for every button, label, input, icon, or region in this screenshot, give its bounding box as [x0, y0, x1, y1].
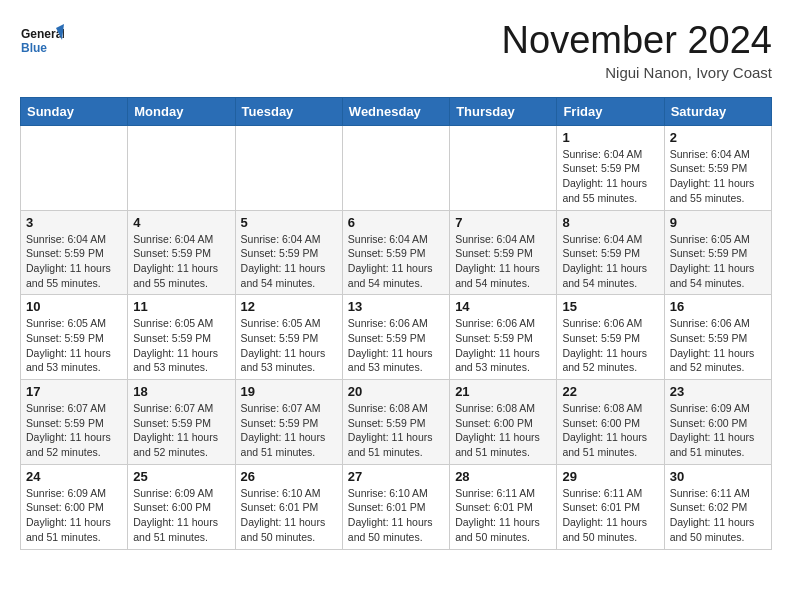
- day-info: Sunrise: 6:04 AM Sunset: 5:59 PM Dayligh…: [562, 232, 658, 291]
- calendar-cell-w4-d6: 22Sunrise: 6:08 AM Sunset: 6:00 PM Dayli…: [557, 380, 664, 465]
- day-info: Sunrise: 6:05 AM Sunset: 5:59 PM Dayligh…: [133, 316, 229, 375]
- calendar-cell-w5-d7: 30Sunrise: 6:11 AM Sunset: 6:02 PM Dayli…: [664, 464, 771, 549]
- calendar-cell-w2-d6: 8Sunrise: 6:04 AM Sunset: 5:59 PM Daylig…: [557, 210, 664, 295]
- day-number: 1: [562, 130, 658, 145]
- calendar-cell-w1-d6: 1Sunrise: 6:04 AM Sunset: 5:59 PM Daylig…: [557, 125, 664, 210]
- calendar-cell-w3-d5: 14Sunrise: 6:06 AM Sunset: 5:59 PM Dayli…: [450, 295, 557, 380]
- header-wednesday: Wednesday: [342, 97, 449, 125]
- header-sunday: Sunday: [21, 97, 128, 125]
- day-number: 28: [455, 469, 551, 484]
- calendar-cell-w2-d4: 6Sunrise: 6:04 AM Sunset: 5:59 PM Daylig…: [342, 210, 449, 295]
- calendar-table: SundayMondayTuesdayWednesdayThursdayFrid…: [20, 97, 772, 550]
- calendar-cell-w4-d5: 21Sunrise: 6:08 AM Sunset: 6:00 PM Dayli…: [450, 380, 557, 465]
- day-info: Sunrise: 6:07 AM Sunset: 5:59 PM Dayligh…: [241, 401, 337, 460]
- day-info: Sunrise: 6:06 AM Sunset: 5:59 PM Dayligh…: [670, 316, 766, 375]
- calendar-cell-w4-d2: 18Sunrise: 6:07 AM Sunset: 5:59 PM Dayli…: [128, 380, 235, 465]
- day-number: 11: [133, 299, 229, 314]
- day-info: Sunrise: 6:05 AM Sunset: 5:59 PM Dayligh…: [670, 232, 766, 291]
- day-info: Sunrise: 6:05 AM Sunset: 5:59 PM Dayligh…: [26, 316, 122, 375]
- day-info: Sunrise: 6:04 AM Sunset: 5:59 PM Dayligh…: [241, 232, 337, 291]
- day-number: 21: [455, 384, 551, 399]
- header-monday: Monday: [128, 97, 235, 125]
- calendar-cell-w3-d4: 13Sunrise: 6:06 AM Sunset: 5:59 PM Dayli…: [342, 295, 449, 380]
- calendar-cell-w5-d3: 26Sunrise: 6:10 AM Sunset: 6:01 PM Dayli…: [235, 464, 342, 549]
- day-number: 22: [562, 384, 658, 399]
- day-number: 26: [241, 469, 337, 484]
- day-info: Sunrise: 6:10 AM Sunset: 6:01 PM Dayligh…: [348, 486, 444, 545]
- day-number: 19: [241, 384, 337, 399]
- calendar-cell-w2-d1: 3Sunrise: 6:04 AM Sunset: 5:59 PM Daylig…: [21, 210, 128, 295]
- calendar-cell-w3-d1: 10Sunrise: 6:05 AM Sunset: 5:59 PM Dayli…: [21, 295, 128, 380]
- calendar-cell-w5-d2: 25Sunrise: 6:09 AM Sunset: 6:00 PM Dayli…: [128, 464, 235, 549]
- day-number: 3: [26, 215, 122, 230]
- calendar-cell-w4-d4: 20Sunrise: 6:08 AM Sunset: 5:59 PM Dayli…: [342, 380, 449, 465]
- calendar-cell-w5-d4: 27Sunrise: 6:10 AM Sunset: 6:01 PM Dayli…: [342, 464, 449, 549]
- day-info: Sunrise: 6:10 AM Sunset: 6:01 PM Dayligh…: [241, 486, 337, 545]
- day-number: 9: [670, 215, 766, 230]
- day-number: 6: [348, 215, 444, 230]
- calendar-cell-w3-d2: 11Sunrise: 6:05 AM Sunset: 5:59 PM Dayli…: [128, 295, 235, 380]
- day-number: 23: [670, 384, 766, 399]
- header-thursday: Thursday: [450, 97, 557, 125]
- title-block: November 2024 Nigui Nanon, Ivory Coast: [502, 20, 772, 81]
- day-info: Sunrise: 6:04 AM Sunset: 5:59 PM Dayligh…: [562, 147, 658, 206]
- calendar-cell-w1-d2: [128, 125, 235, 210]
- calendar-cell-w2-d7: 9Sunrise: 6:05 AM Sunset: 5:59 PM Daylig…: [664, 210, 771, 295]
- calendar-header-row: SundayMondayTuesdayWednesdayThursdayFrid…: [21, 97, 772, 125]
- day-number: 24: [26, 469, 122, 484]
- day-number: 17: [26, 384, 122, 399]
- calendar-cell-w2-d2: 4Sunrise: 6:04 AM Sunset: 5:59 PM Daylig…: [128, 210, 235, 295]
- svg-text:Blue: Blue: [21, 41, 47, 55]
- day-number: 25: [133, 469, 229, 484]
- header-saturday: Saturday: [664, 97, 771, 125]
- day-info: Sunrise: 6:11 AM Sunset: 6:02 PM Dayligh…: [670, 486, 766, 545]
- calendar-cell-w1-d4: [342, 125, 449, 210]
- location: Nigui Nanon, Ivory Coast: [502, 64, 772, 81]
- day-info: Sunrise: 6:04 AM Sunset: 5:59 PM Dayligh…: [455, 232, 551, 291]
- calendar-cell-w4-d7: 23Sunrise: 6:09 AM Sunset: 6:00 PM Dayli…: [664, 380, 771, 465]
- day-number: 7: [455, 215, 551, 230]
- day-info: Sunrise: 6:06 AM Sunset: 5:59 PM Dayligh…: [348, 316, 444, 375]
- week-row-5: 24Sunrise: 6:09 AM Sunset: 6:00 PM Dayli…: [21, 464, 772, 549]
- day-info: Sunrise: 6:06 AM Sunset: 5:59 PM Dayligh…: [455, 316, 551, 375]
- day-info: Sunrise: 6:11 AM Sunset: 6:01 PM Dayligh…: [455, 486, 551, 545]
- day-number: 13: [348, 299, 444, 314]
- calendar-cell-w5-d1: 24Sunrise: 6:09 AM Sunset: 6:00 PM Dayli…: [21, 464, 128, 549]
- day-info: Sunrise: 6:04 AM Sunset: 5:59 PM Dayligh…: [348, 232, 444, 291]
- calendar-cell-w1-d3: [235, 125, 342, 210]
- day-number: 10: [26, 299, 122, 314]
- day-info: Sunrise: 6:09 AM Sunset: 6:00 PM Dayligh…: [26, 486, 122, 545]
- calendar-cell-w3-d3: 12Sunrise: 6:05 AM Sunset: 5:59 PM Dayli…: [235, 295, 342, 380]
- day-info: Sunrise: 6:08 AM Sunset: 5:59 PM Dayligh…: [348, 401, 444, 460]
- calendar-cell-w3-d7: 16Sunrise: 6:06 AM Sunset: 5:59 PM Dayli…: [664, 295, 771, 380]
- day-number: 16: [670, 299, 766, 314]
- day-info: Sunrise: 6:08 AM Sunset: 6:00 PM Dayligh…: [455, 401, 551, 460]
- day-info: Sunrise: 6:04 AM Sunset: 5:59 PM Dayligh…: [133, 232, 229, 291]
- week-row-1: 1Sunrise: 6:04 AM Sunset: 5:59 PM Daylig…: [21, 125, 772, 210]
- day-number: 30: [670, 469, 766, 484]
- day-number: 14: [455, 299, 551, 314]
- day-number: 15: [562, 299, 658, 314]
- day-info: Sunrise: 6:06 AM Sunset: 5:59 PM Dayligh…: [562, 316, 658, 375]
- week-row-4: 17Sunrise: 6:07 AM Sunset: 5:59 PM Dayli…: [21, 380, 772, 465]
- logo-icon: General Blue: [20, 20, 64, 64]
- calendar-cell-w2-d5: 7Sunrise: 6:04 AM Sunset: 5:59 PM Daylig…: [450, 210, 557, 295]
- day-number: 27: [348, 469, 444, 484]
- day-info: Sunrise: 6:09 AM Sunset: 6:00 PM Dayligh…: [133, 486, 229, 545]
- page-header: General Blue November 2024 Nigui Nanon, …: [20, 20, 772, 81]
- day-info: Sunrise: 6:04 AM Sunset: 5:59 PM Dayligh…: [26, 232, 122, 291]
- calendar-cell-w4-d1: 17Sunrise: 6:07 AM Sunset: 5:59 PM Dayli…: [21, 380, 128, 465]
- week-row-3: 10Sunrise: 6:05 AM Sunset: 5:59 PM Dayli…: [21, 295, 772, 380]
- calendar-cell-w2-d3: 5Sunrise: 6:04 AM Sunset: 5:59 PM Daylig…: [235, 210, 342, 295]
- calendar-cell-w1-d5: [450, 125, 557, 210]
- day-info: Sunrise: 6:07 AM Sunset: 5:59 PM Dayligh…: [133, 401, 229, 460]
- day-info: Sunrise: 6:05 AM Sunset: 5:59 PM Dayligh…: [241, 316, 337, 375]
- day-number: 12: [241, 299, 337, 314]
- day-number: 2: [670, 130, 766, 145]
- day-number: 5: [241, 215, 337, 230]
- day-info: Sunrise: 6:09 AM Sunset: 6:00 PM Dayligh…: [670, 401, 766, 460]
- calendar-cell-w1-d1: [21, 125, 128, 210]
- day-info: Sunrise: 6:11 AM Sunset: 6:01 PM Dayligh…: [562, 486, 658, 545]
- header-friday: Friday: [557, 97, 664, 125]
- header-tuesday: Tuesday: [235, 97, 342, 125]
